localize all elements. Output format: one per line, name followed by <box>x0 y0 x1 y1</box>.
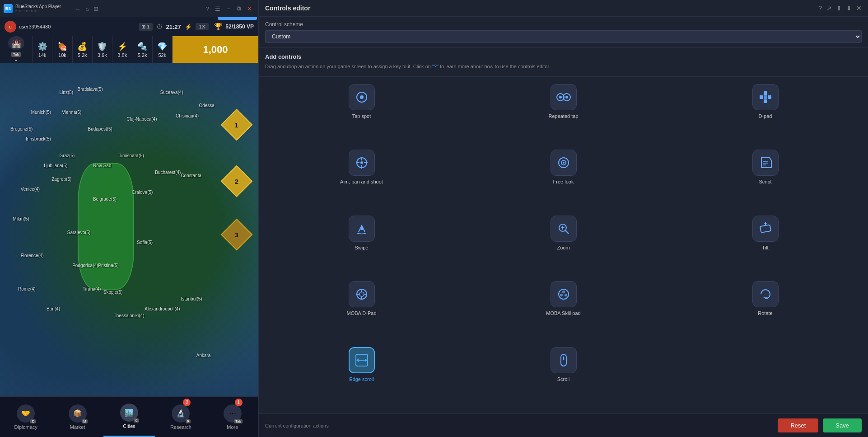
nav-window-icon[interactable]: ⊞ <box>93 5 98 12</box>
resource-icon-6: 💎 <box>157 42 167 52</box>
ctrl-d-pad[interactable]: D-pad <box>669 84 862 143</box>
city-sofia[interactable]: Sofia(5) <box>137 240 153 245</box>
nav-cities[interactable]: 🏙️ C Cities <box>103 397 155 437</box>
resource-item-1[interactable]: 🍖 10k <box>52 36 72 63</box>
nav-home-icon[interactable]: ⌂ <box>85 5 89 12</box>
city-graz[interactable]: Graz(5) <box>60 153 75 158</box>
scheme-select[interactable]: Custom <box>265 30 862 43</box>
nav-market[interactable]: 📦 M Market <box>51 397 103 437</box>
city-budapest[interactable]: Budapest(5) <box>88 127 112 132</box>
ctrl-zoom[interactable]: Zoom <box>467 216 660 275</box>
ctrl-zoom-label: Zoom <box>557 244 569 251</box>
close-icon[interactable]: ✕ <box>247 5 252 12</box>
city-odessa[interactable]: Odessa <box>199 103 214 108</box>
market-icon-circle: 📦 M <box>69 404 87 423</box>
editor-footer: Current configuration actions Reset Save <box>259 414 868 437</box>
gold-value: 1,000 <box>203 44 228 56</box>
svg-point-40 <box>560 294 563 296</box>
menu-icon[interactable]: ☰ <box>215 5 220 12</box>
help-icon[interactable]: ? <box>205 5 209 12</box>
city-timisoara[interactable]: Timisoara(5) <box>119 153 144 158</box>
gold-area[interactable]: 1,000 <box>173 36 258 63</box>
ctrl-tilt[interactable]: Tilt <box>669 216 862 275</box>
nav-diplomacy[interactable]: 🤝 D Diplomacy <box>0 397 51 437</box>
city-zagreb[interactable]: Zagreb(5) <box>51 177 71 182</box>
ctrl-moba-d-pad[interactable]: MOBA D-Pad <box>265 281 458 340</box>
city-chisinau[interactable]: Chisinau(4) <box>176 113 199 118</box>
timer-group: ⊞ 1 ⏱ 21:27 ⚡ 1X <box>139 23 209 31</box>
help-link[interactable]: "?" <box>432 64 439 69</box>
resource-item-6[interactable]: 💎 52k <box>153 36 173 63</box>
city-vienna[interactable]: Vienna(6) <box>62 110 81 115</box>
city-ankara[interactable]: Ankara <box>196 353 211 358</box>
city-ljubljana[interactable]: Ljubljana(5) <box>44 163 67 168</box>
speed-button[interactable]: 1X <box>196 23 209 30</box>
city-istanbul[interactable]: Istanbul(5) <box>181 296 202 301</box>
editor-share-icon[interactable]: ↗ <box>826 5 832 12</box>
resource-item-4[interactable]: ⚡ 3.8k <box>112 36 132 63</box>
more-icon-circle: ⋯ Tab <box>224 404 242 423</box>
ctrl-swipe[interactable]: Swipe <box>265 216 458 275</box>
city-rome[interactable]: Rome(4) <box>18 287 36 291</box>
nav-back-icon[interactable]: ← <box>75 5 81 12</box>
city-skopje[interactable]: Skopje(5) <box>103 290 123 295</box>
ctrl-edge-scroll-icon <box>349 347 375 373</box>
slot-badge[interactable]: ⊞ 1 <box>139 23 152 31</box>
bottom-navigation: 🤝 D Diplomacy 📦 M Market 🏙️ C Cities 🔬 R… <box>0 396 258 437</box>
city-suceava[interactable]: Suceava(4) <box>160 90 183 95</box>
city-bucharest[interactable]: Bucharest(4) <box>155 170 181 175</box>
cities-icon-circle: 🏙️ C <box>120 404 138 422</box>
city-thessaloniki[interactable]: Thessaloniki(4) <box>114 313 145 318</box>
city-munich[interactable]: Munich(5) <box>31 110 51 115</box>
city-bratislava[interactable]: Bratislava(5) <box>78 87 103 92</box>
city-milan[interactable]: Milan(5) <box>13 216 29 221</box>
ctrl-rotate[interactable]: Rotate <box>669 281 862 340</box>
ctrl-script[interactable]: Script <box>669 150 862 209</box>
map-overlay-btn-2[interactable]: 2 <box>221 165 253 197</box>
ctrl-edge-scroll[interactable]: Edge scroll <box>265 347 458 406</box>
ctrl-scroll-icon <box>551 347 577 373</box>
ctrl-tap-spot[interactable]: Tap spot <box>265 84 458 143</box>
resource-item-5[interactable]: 🔩 5.2k <box>132 36 152 63</box>
city-constanta[interactable]: Constanta <box>181 173 201 178</box>
nav-more[interactable]: ⋯ Tab 1 More <box>207 397 258 437</box>
city-craiova[interactable]: Craiova(5) <box>132 190 153 195</box>
resource-item-3[interactable]: 🛡️ 3.9k <box>93 36 112 63</box>
reset-button[interactable]: Reset <box>778 418 818 432</box>
map-area[interactable]: Munich(5) Linz(5) Bratislava(5) Vienna(6… <box>0 63 258 396</box>
resource-value-5: 5.2k <box>138 52 147 58</box>
ctrl-aim-pan-shoot[interactable]: Aim, pan and shoot <box>265 150 458 209</box>
nav-research[interactable]: 🔬 R 2 Research <box>155 397 206 437</box>
ctrl-free-look[interactable]: Free look <box>467 150 660 209</box>
ctrl-moba-skill-pad[interactable]: MOBA Skill pad <box>467 281 660 340</box>
ctrl-repeated-tap[interactable]: Repeated tap <box>467 84 660 143</box>
resource-icon-1: 🍖 <box>57 42 67 52</box>
city-florence[interactable]: Florence(4) <box>21 253 44 258</box>
vp-area: 🏆 52/1850 VP <box>214 23 254 31</box>
save-button[interactable]: Save <box>823 418 862 432</box>
resource-item-0[interactable]: ⚙️ 14k <box>33 36 52 63</box>
city-alexandroupoli[interactable]: Alexandroupoli(4) <box>145 306 180 311</box>
editor-export-icon[interactable]: ⬇ <box>846 5 852 12</box>
city-bregenz[interactable]: Bregenz(5) <box>10 127 33 132</box>
editor-help-icon[interactable]: ? <box>818 5 822 12</box>
editor-close-icon[interactable]: ✕ <box>856 5 862 12</box>
city-venice[interactable]: Venice(4) <box>21 187 40 192</box>
scheme-row: Control scheme <box>265 21 862 28</box>
minimize-icon[interactable]: − <box>227 5 230 12</box>
city-linz[interactable]: Linz(5) <box>60 90 74 95</box>
map-overlay-btn-3[interactable]: 3 <box>221 218 253 250</box>
add-controls-section: Add controls Drag and drop an action on … <box>259 48 868 77</box>
restore-icon[interactable]: ⧉ <box>237 5 241 12</box>
ctrl-scroll[interactable]: Scroll <box>467 347 660 406</box>
tab-area[interactable]: 🏰 Tab ▼ <box>0 36 33 63</box>
city-innsbruck[interactable]: Innsbruck(5) <box>26 136 51 141</box>
editor-import-icon[interactable]: ⬆ <box>836 5 842 12</box>
svg-rect-28 <box>760 225 770 233</box>
nav-more-label: More <box>227 424 238 430</box>
resource-item-2[interactable]: 💰 5.2k <box>73 36 93 63</box>
city-cluj[interactable]: Cluj-Napoca(4) <box>126 117 157 122</box>
map-overlay-btn-1[interactable]: 1 <box>221 108 253 141</box>
city-bari[interactable]: Bari(4) <box>47 306 60 311</box>
ctrl-moba-skill-pad-icon <box>551 281 577 307</box>
